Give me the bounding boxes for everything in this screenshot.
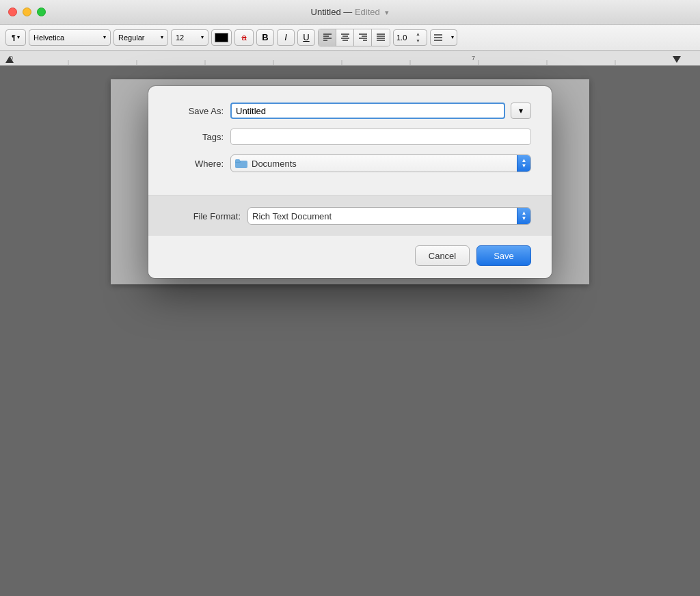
align-right-icon bbox=[358, 33, 368, 42]
where-value: Documents bbox=[252, 159, 513, 169]
traffic-lights bbox=[8, 8, 46, 16]
content-area: Save As: ▾ Tags: Where: bbox=[0, 66, 700, 596]
expand-button[interactable]: ▾ bbox=[511, 103, 531, 119]
dialog-content: Save As: ▾ Tags: Where: bbox=[148, 86, 552, 195]
font-style-chevron-icon: ▾ bbox=[161, 34, 163, 40]
title-chevron-icon[interactable]: ▾ bbox=[385, 8, 389, 16]
paragraph-chevron-icon: ▾ bbox=[17, 34, 20, 40]
where-label: Where: bbox=[169, 159, 230, 169]
list-icon bbox=[433, 33, 443, 42]
bold-button[interactable]: B bbox=[256, 29, 274, 46]
color-swatch bbox=[215, 33, 228, 42]
minimize-button[interactable] bbox=[23, 8, 31, 16]
svg-text:7: 7 bbox=[472, 55, 475, 62]
where-row: Where: Documents ▲ ▼ bbox=[169, 154, 531, 172]
file-format-label: File Format: bbox=[169, 211, 247, 221]
folder-icon bbox=[235, 159, 247, 168]
font-size-selector[interactable]: 12 ▾ bbox=[171, 29, 208, 46]
title-bar: Untitled — Edited ▾ bbox=[0, 0, 700, 25]
align-center-button[interactable] bbox=[336, 29, 354, 46]
font-style-selector[interactable]: Regular ▾ bbox=[113, 29, 168, 46]
font-family-chevron-icon: ▾ bbox=[103, 34, 106, 40]
modal-overlay: Save As: ▾ Tags: Where: bbox=[0, 66, 700, 596]
strikethrough-button[interactable]: a bbox=[234, 29, 254, 46]
font-family-selector[interactable]: Helvetica ▾ bbox=[29, 29, 111, 46]
file-format-section: File Format: Rich Text Document ▲ ▼ bbox=[148, 195, 552, 236]
ruler-svg: 0 7 bbox=[0, 51, 700, 66]
underline-button[interactable]: U bbox=[297, 29, 315, 46]
dialog-buttons: Cancel Save bbox=[148, 236, 552, 278]
align-left-button[interactable] bbox=[319, 29, 336, 46]
align-justify-button[interactable] bbox=[372, 29, 390, 46]
underline-icon: U bbox=[303, 32, 309, 42]
align-center-icon bbox=[340, 33, 350, 42]
stepper-up-icon[interactable]: ▲ bbox=[416, 31, 424, 38]
cancel-button[interactable]: Cancel bbox=[415, 245, 470, 266]
tags-input[interactable] bbox=[230, 128, 531, 145]
svg-text:0: 0 bbox=[10, 55, 13, 62]
align-right-button[interactable] bbox=[354, 29, 372, 46]
text-color-button[interactable] bbox=[211, 29, 232, 46]
align-left-icon bbox=[323, 33, 332, 42]
paragraph-icon: ¶ bbox=[12, 33, 16, 42]
toolbar: ¶ ▾ Helvetica ▾ Regular ▾ 12 ▾ a B I U bbox=[0, 25, 700, 51]
font-style-label: Regular bbox=[118, 33, 145, 42]
save-button[interactable]: Save bbox=[476, 245, 531, 266]
where-chevron-icon: ▲ ▼ bbox=[517, 154, 530, 172]
save-as-input[interactable] bbox=[230, 103, 505, 119]
list-style-button[interactable]: ▾ bbox=[430, 29, 457, 46]
paragraph-button[interactable]: ¶ ▾ bbox=[5, 29, 26, 46]
line-spacing-stepper[interactable]: ▲ ▼ bbox=[416, 31, 424, 44]
strikethrough-icon: a bbox=[241, 32, 246, 42]
svg-rect-19 bbox=[0, 51, 700, 66]
alignment-group bbox=[318, 29, 390, 46]
font-size-chevron-icon: ▾ bbox=[201, 34, 204, 40]
file-format-chevron-icon: ▲ ▼ bbox=[517, 207, 530, 225]
window-title: Untitled — Edited ▾ bbox=[311, 7, 390, 17]
svg-rect-33 bbox=[235, 159, 240, 162]
maximize-button[interactable] bbox=[37, 8, 46, 16]
line-spacing-label: 1.0 bbox=[396, 33, 407, 42]
stepper-down-icon[interactable]: ▼ bbox=[416, 38, 424, 44]
title-edited: Edited bbox=[355, 7, 380, 17]
save-as-label: Save As: bbox=[169, 106, 230, 116]
tags-label: Tags: bbox=[169, 132, 230, 142]
expand-chevron-icon: ▾ bbox=[519, 106, 523, 116]
italic-button[interactable]: I bbox=[277, 29, 295, 46]
list-chevron-icon: ▾ bbox=[451, 34, 454, 40]
ruler: 0 7 bbox=[0, 51, 700, 66]
line-spacing-selector[interactable]: 1.0 ▲ ▼ bbox=[393, 29, 427, 46]
save-as-row: Save As: ▾ bbox=[169, 103, 531, 119]
font-size-label: 12 bbox=[176, 33, 184, 42]
italic-icon: I bbox=[284, 32, 287, 42]
tags-row: Tags: bbox=[169, 128, 531, 145]
title-text: Untitled bbox=[311, 7, 341, 17]
file-format-value: Rich Text Document bbox=[252, 211, 513, 221]
where-selector[interactable]: Documents ▲ ▼ bbox=[230, 154, 531, 172]
file-format-row: File Format: Rich Text Document ▲ ▼ bbox=[169, 207, 531, 225]
save-dialog: Save As: ▾ Tags: Where: bbox=[148, 86, 552, 278]
bold-icon: B bbox=[262, 32, 268, 42]
title-separator: — bbox=[343, 7, 355, 17]
close-button[interactable] bbox=[8, 8, 17, 16]
font-family-label: Helvetica bbox=[33, 33, 64, 42]
file-format-selector[interactable]: Rich Text Document ▲ ▼ bbox=[247, 207, 531, 225]
align-justify-icon bbox=[376, 33, 386, 42]
